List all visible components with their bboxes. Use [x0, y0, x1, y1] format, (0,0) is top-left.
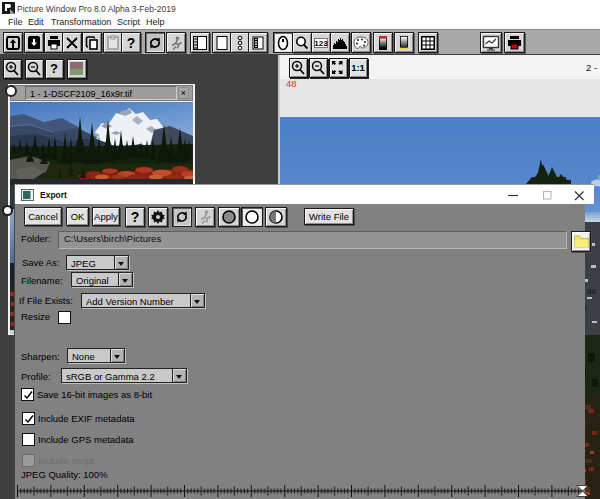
svg-text:?: ?: [50, 61, 58, 76]
svg-text:?: ?: [127, 35, 136, 51]
svg-text:123: 123: [314, 39, 328, 48]
svg-text:1:1: 1:1: [351, 62, 365, 73]
